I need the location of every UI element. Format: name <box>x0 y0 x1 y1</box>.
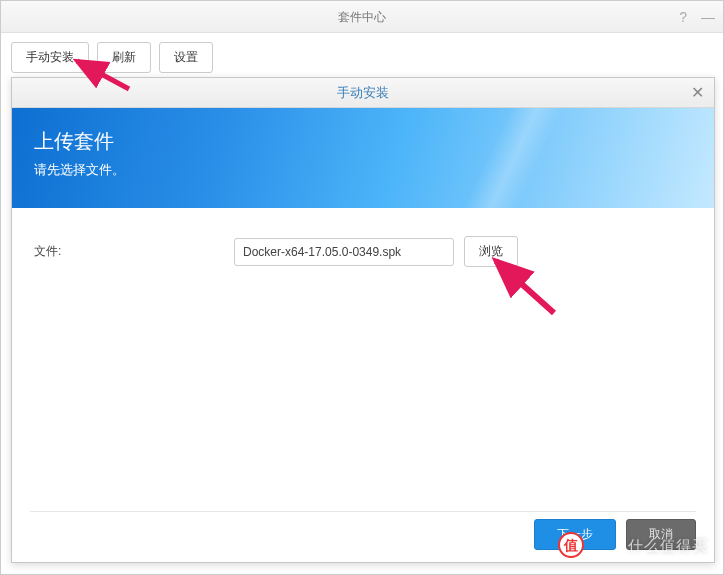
manual-install-button[interactable]: 手动安装 <box>11 42 89 73</box>
help-icon[interactable]: ? <box>679 1 687 33</box>
banner-subtitle: 请先选择文件。 <box>34 161 692 179</box>
refresh-button[interactable]: 刷新 <box>97 42 151 73</box>
browse-button[interactable]: 浏览 <box>464 236 518 267</box>
close-icon[interactable]: ✕ <box>691 78 704 108</box>
package-center-window: 套件中心 ? — 手动安装 刷新 设置 手动安装 ✕ 上传套件 请先选择文件。 … <box>0 0 724 575</box>
form-area: 文件: 浏览 <box>12 208 714 295</box>
minimize-icon[interactable]: — <box>701 1 715 33</box>
main-titlebar: 套件中心 ? — <box>1 1 723 33</box>
banner-title: 上传套件 <box>34 128 692 155</box>
file-input[interactable] <box>234 238 454 266</box>
dialog-banner: 上传套件 请先选择文件。 <box>12 108 714 208</box>
watermark-text: 什么值得买 <box>628 537 708 556</box>
watermark-badge-icon: 值 <box>558 532 584 558</box>
window-title: 套件中心 <box>338 10 386 24</box>
file-row: 文件: 浏览 <box>34 236 692 267</box>
footer-separator <box>30 511 696 512</box>
dialog-titlebar: 手动安装 ✕ <box>12 78 714 108</box>
window-controls: ? — <box>679 1 715 33</box>
file-label: 文件: <box>34 243 234 260</box>
dialog-title: 手动安装 <box>337 85 389 100</box>
manual-install-dialog: 手动安装 ✕ 上传套件 请先选择文件。 文件: 浏览 下一步 取消 值 什么值得… <box>11 77 715 563</box>
settings-button[interactable]: 设置 <box>159 42 213 73</box>
toolbar: 手动安装 刷新 设置 <box>1 33 723 82</box>
